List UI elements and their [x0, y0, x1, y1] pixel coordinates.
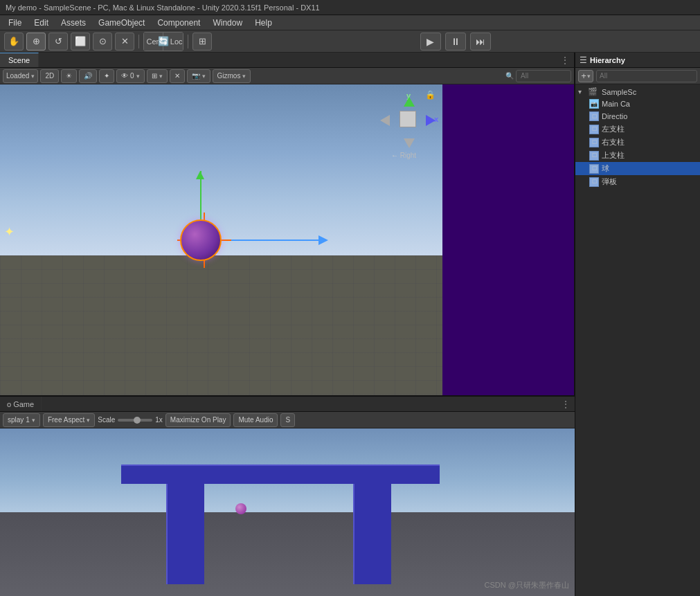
hierarchy-item-maincamera[interactable]: 📷 Main Ca	[575, 98, 700, 110]
hierarchy-item-left-pillar[interactable]: ☐ 左支柱	[575, 123, 700, 136]
expand-arrow-icon: ▾	[578, 88, 585, 96]
scene-effects-btn[interactable]: ✦	[99, 69, 114, 83]
cube-icon-1: ☐	[589, 125, 599, 134]
stats-btn[interactable]: S	[280, 413, 295, 427]
tab-game-1[interactable]: o Game	[0, 397, 42, 411]
tool-hand[interactable]: ✋	[4, 33, 24, 51]
handle-x-arrow	[318, 235, 328, 245]
directionallight-label: Directio	[602, 112, 627, 120]
mute-label: Mute Audio	[238, 416, 273, 424]
hierarchy-icon: ☰	[580, 55, 587, 65]
gizmos-arrow-icon: ▾	[242, 73, 246, 80]
loaded-label: Loaded	[6, 72, 29, 80]
game-ball	[235, 503, 246, 514]
menu-assets[interactable]: Assets	[55, 17, 91, 29]
hierarchy-tab-label: Hierarchy	[590, 56, 625, 64]
scene-layers-btn[interactable]: ⊞ ▾	[147, 69, 168, 83]
menu-window[interactable]: Window	[207, 17, 248, 29]
menu-edit[interactable]: Edit	[28, 17, 54, 29]
hierarchy-item-top-pillar[interactable]: ☐ 上支柱	[575, 149, 700, 162]
separator-2	[188, 35, 188, 48]
lock-icon[interactable]: 🔒	[425, 90, 436, 100]
scene-lighting-btn[interactable]: ☀	[61, 69, 77, 83]
hierarchy-toolbar: + ▾	[575, 68, 700, 84]
tool-transform[interactable]: ⊙	[93, 33, 112, 51]
add-icon: +	[581, 71, 586, 81]
ball-label: 球	[602, 163, 609, 174]
play-button[interactable]: ▶	[420, 33, 441, 51]
tool-rotate[interactable]: ↺	[48, 33, 68, 51]
camera-icon: 📷	[589, 99, 599, 109]
scene-sphere[interactable]	[180, 219, 222, 261]
scene-search-input[interactable]	[516, 70, 571, 82]
hierarchy-item-ball[interactable]: ☐ 球	[575, 162, 700, 175]
hierarchy-item-samplescene[interactable]: ▾ 🎬 SampleSc	[575, 86, 700, 98]
local-btn[interactable]: 🔄 Local	[163, 33, 183, 51]
scene-panel: Scene ⋮ Loaded ▾ 2D ☀ 🔊 ✦ 👁 0 ▾ ⊞ ▾ ✕	[0, 53, 575, 395]
scene-loaded-dropdown[interactable]: Loaded ▾	[3, 69, 38, 83]
pause-button[interactable]: ⏸	[445, 33, 466, 51]
game-platform-top	[121, 464, 440, 484]
hierarchy-item-right-pillar[interactable]: ☐ 右支柱	[575, 136, 700, 149]
stats-label: S	[285, 416, 290, 424]
right-label-text: Right	[400, 152, 416, 159]
display-dropdown[interactable]: splay 1 ▾	[3, 413, 40, 427]
scene-2d-btn[interactable]: 2D	[40, 69, 59, 83]
scene-side-purple-panel	[442, 84, 574, 395]
top-pillar-label: 上支柱	[602, 150, 625, 161]
menu-gameobject[interactable]: GameObject	[93, 17, 150, 29]
aspect-arrow-icon: ▾	[87, 417, 90, 424]
hierarchy-item-paddle[interactable]: ☐ 弾板	[575, 175, 700, 188]
light-cube-icon: ☐	[589, 111, 599, 121]
2d-label: 2D	[45, 72, 54, 80]
scale-slider-track[interactable]	[118, 419, 152, 422]
scene-audio-btn[interactable]: 🔊	[79, 69, 97, 83]
scene-camera-btn[interactable]: 📷 ▾	[187, 69, 210, 83]
vis-arrow-icon: ▾	[136, 73, 140, 80]
game-tabbar: o Game ⋮	[0, 397, 575, 412]
scene-extra-btn[interactable]: ✕	[170, 69, 185, 83]
game-panel: o Game ⋮ splay 1 ▾ Free Aspect ▾ Scale	[0, 395, 575, 596]
pause-icon: ⏸	[451, 36, 460, 47]
maincamera-label: Main Ca	[602, 100, 630, 108]
menu-component[interactable]: Component	[152, 17, 206, 29]
tool-scale[interactable]: ⬜	[71, 33, 90, 51]
gizmo-center[interactable]	[400, 111, 416, 127]
aspect-dropdown[interactable]: Free Aspect ▾	[43, 413, 95, 427]
game-pillar-left	[166, 484, 204, 584]
mute-audio-btn[interactable]: Mute Audio	[233, 413, 278, 427]
scene-sky	[0, 84, 442, 255]
grid-btn[interactable]: ⊞	[192, 33, 212, 51]
scene-visibility-btn[interactable]: 👁 0 ▾	[116, 69, 144, 83]
hierarchy-add-btn[interactable]: + ▾	[578, 70, 593, 82]
add-chevron-icon: ▾	[587, 73, 591, 80]
scene-canvas: ✦ y	[0, 84, 442, 395]
dropdown-arrow-icon: ▾	[31, 73, 35, 80]
gizmos-btn[interactable]: Gizmos ▾	[213, 69, 251, 83]
maximize-label: Maximize On Play	[170, 416, 226, 424]
step-button[interactable]: ⏭	[470, 33, 491, 51]
menu-file[interactable]: File	[3, 17, 27, 29]
gizmo-arrow-left	[380, 115, 390, 126]
scale-slider-thumb[interactable]	[134, 417, 141, 424]
hierarchy-search-input[interactable]	[596, 70, 697, 82]
tool-custom[interactable]: ✕	[115, 33, 134, 51]
cube-icon-2: ☐	[589, 138, 599, 147]
hierarchy-tabbar: ☰ Hierarchy	[575, 53, 700, 68]
pivot-group: ⊙ Center 🔄 Local	[143, 32, 183, 51]
handle-y-arrow	[196, 171, 204, 179]
game-menu-btn[interactable]: ⋮	[557, 399, 575, 410]
tool-move[interactable]: ⊕	[26, 33, 46, 51]
titlebar-text: My demo - SampleScene - PC, Mac & Linux …	[6, 3, 320, 12]
scene-menu-btn[interactable]: ⋮	[556, 55, 574, 66]
hierarchy-item-directionallight[interactable]: ☐ Directio	[575, 110, 700, 123]
scene-tab-label: Scene	[8, 56, 30, 64]
display-label: splay	[8, 416, 24, 424]
menu-help[interactable]: Help	[249, 17, 278, 29]
hierarchy-panel: ☰ Hierarchy + ▾ ▾ 🎬 SampleSc 📷 Main Ca	[575, 53, 700, 596]
maximize-on-play-btn[interactable]: Maximize On Play	[165, 413, 231, 427]
scene-toolbar: Loaded ▾ 2D ☀ 🔊 ✦ 👁 0 ▾ ⊞ ▾ ✕ 📷 ▾ Gizmos…	[0, 68, 574, 84]
paddle-label: 弾板	[602, 177, 617, 187]
cube-icon-4: ☐	[589, 164, 599, 174]
tab-scene[interactable]: Scene	[0, 53, 39, 67]
